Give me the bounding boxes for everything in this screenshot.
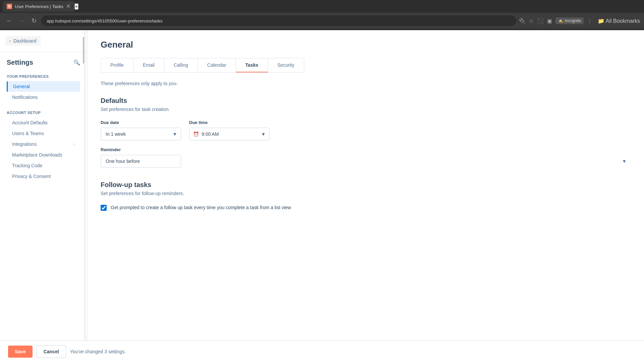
sidebar-item-account-defaults[interactable]: Account Defaults bbox=[7, 117, 80, 128]
incognito-badge: 🕵 Incognito bbox=[555, 17, 584, 24]
back-button[interactable]: ← bbox=[4, 16, 14, 26]
sidebar-item-integrations-label: Integrations bbox=[12, 141, 37, 147]
tab-calling[interactable]: Calling bbox=[164, 58, 198, 72]
sidebar-dashboard-section: ‹ Dashboard bbox=[0, 30, 87, 52]
sidebar-item-marketplace-downloads[interactable]: Marketplace Downloads bbox=[7, 149, 80, 160]
sidebar-item-privacy-consent[interactable]: Privacy & Consent bbox=[7, 171, 80, 182]
defaults-section: Defaults Set preferences for task creati… bbox=[101, 97, 631, 168]
sidebar-scrollbar-thumb[interactable] bbox=[83, 37, 84, 64]
side-panel-icon[interactable]: ▣ bbox=[547, 18, 552, 24]
browser-toolbar: ← → ↻ 🔌 ☆ ⬛ ▣ 🕵 Incognito ⋮ 📁 All Bookma… bbox=[0, 13, 644, 29]
reminder-label: Reminder bbox=[101, 147, 631, 152]
due-date-select-wrapper: In 1 week Today Tomorrow In 3 days In 2 … bbox=[101, 128, 181, 140]
followup-subtitle: Set preferences for follow-up reminders. bbox=[101, 191, 631, 196]
followup-title: Follow-up tasks bbox=[101, 181, 631, 189]
browser-chrome: H User Preferences | Tasks ✕ + ← → ↻ 🔌 ☆… bbox=[0, 0, 644, 30]
due-time-group: Due time ⏰ 9:00 AM 8:00 AM 10:00 AM 11:0… bbox=[189, 120, 270, 140]
bottom-bar: Save Cancel You've changed 3 settings. bbox=[0, 341, 644, 362]
reminder-group: Reminder One hour before 15 minutes befo… bbox=[101, 147, 631, 168]
sidebar-item-tracking-code[interactable]: Tracking Code bbox=[7, 160, 80, 171]
your-preferences-heading: Your Preferences bbox=[7, 74, 80, 78]
browser-actions: 🔌 ☆ ⬛ ▣ 🕵 Incognito ⋮ bbox=[519, 17, 592, 24]
forward-button[interactable]: → bbox=[17, 16, 27, 26]
sidebar-item-notifications[interactable]: Notifications bbox=[7, 92, 80, 103]
followup-checkbox[interactable] bbox=[101, 205, 107, 211]
account-setup-section: Account Setup Account Defaults Users & T… bbox=[0, 105, 87, 184]
app-container: ‹ Dashboard Settings 🔍 Your Preferences … bbox=[0, 30, 644, 362]
tab-profile[interactable]: Profile bbox=[101, 58, 133, 72]
search-icon[interactable]: 🔍 bbox=[73, 59, 80, 66]
due-date-label: Due date bbox=[101, 120, 181, 125]
your-preferences-section: Your Preferences General Notifications bbox=[0, 69, 87, 105]
sidebar: ‹ Dashboard Settings 🔍 Your Preferences … bbox=[0, 30, 87, 362]
new-tab-button[interactable]: + bbox=[74, 3, 78, 10]
sidebar-item-users-teams-label: Users & Teams bbox=[12, 131, 44, 136]
tabs-bar: Profile Email Calling Calendar Tasks Sec… bbox=[101, 58, 304, 73]
defaults-title: Defaults bbox=[101, 97, 631, 105]
due-time-label: Due time bbox=[189, 120, 270, 125]
hubspot-extension-icon[interactable]: ⬛ bbox=[537, 18, 544, 24]
sidebar-item-tracking-code-label: Tracking Code bbox=[12, 163, 43, 168]
chevron-left-icon: ‹ bbox=[9, 39, 11, 43]
dashboard-button[interactable]: ‹ Dashboard bbox=[5, 36, 41, 46]
browser-tab-active[interactable]: H User Preferences | Tasks ✕ bbox=[3, 1, 74, 12]
tab-security[interactable]: Security bbox=[268, 58, 304, 72]
incognito-label: Incognito bbox=[565, 18, 581, 23]
sidebar-item-notifications-label: Notifications bbox=[12, 95, 38, 100]
changed-text: You've changed 3 settings. bbox=[70, 349, 126, 354]
followup-checkbox-label: Get prompted to create a follow up task … bbox=[111, 204, 291, 211]
followup-section: Follow-up tasks Set preferences for foll… bbox=[101, 181, 631, 211]
sidebar-item-general[interactable]: General bbox=[7, 81, 80, 92]
due-date-group: Due date In 1 week Today Tomorrow In 3 d… bbox=[101, 120, 181, 140]
sidebar-scrollbar-track bbox=[84, 30, 86, 362]
tab-tasks[interactable]: Tasks bbox=[236, 58, 268, 72]
due-date-select[interactable]: In 1 week Today Tomorrow In 3 days In 2 … bbox=[101, 128, 181, 140]
account-setup-heading: Account Setup bbox=[7, 111, 80, 115]
tab-title: User Preferences | Tasks bbox=[15, 4, 63, 9]
due-time-select-wrapper: ⏰ 9:00 AM 8:00 AM 10:00 AM 11:00 AM 12:0… bbox=[189, 128, 270, 140]
due-time-select[interactable]: 9:00 AM 8:00 AM 10:00 AM 11:00 AM 12:00 … bbox=[189, 128, 270, 140]
browser-tabs: H User Preferences | Tasks ✕ + bbox=[0, 0, 644, 13]
sidebar-item-general-label: General bbox=[13, 84, 30, 89]
defaults-subtitle: Set preferences for task creation. bbox=[101, 107, 631, 112]
bookmark-star-icon[interactable]: ☆ bbox=[529, 18, 534, 24]
sidebar-header: Settings 🔍 bbox=[0, 52, 87, 69]
main-content: General Profile Email Calling Calendar T… bbox=[87, 30, 644, 362]
cancel-button[interactable]: Cancel bbox=[37, 345, 66, 358]
sidebar-item-integrations[interactable]: Integrations › bbox=[7, 139, 80, 149]
bookmarks-label: 📁 All Bookmarks bbox=[598, 18, 640, 24]
dashboard-label: Dashboard bbox=[13, 38, 37, 44]
reminder-dropdown-icon: ▼ bbox=[622, 159, 627, 164]
reload-button[interactable]: ↻ bbox=[30, 16, 39, 26]
save-button[interactable]: Save bbox=[8, 346, 33, 358]
reminder-select-wrapper: One hour before 15 minutes before 30 min… bbox=[101, 155, 631, 168]
sidebar-item-privacy-consent-label: Privacy & Consent bbox=[12, 174, 51, 179]
chevron-right-icon: › bbox=[73, 142, 75, 146]
sidebar-item-account-defaults-label: Account Defaults bbox=[12, 120, 48, 125]
incognito-icon: 🕵 bbox=[558, 18, 563, 23]
tab-calendar[interactable]: Calendar bbox=[198, 58, 236, 72]
tab-close-button[interactable]: ✕ bbox=[66, 4, 70, 9]
followup-checkbox-row: Get prompted to create a follow up task … bbox=[101, 204, 631, 211]
reminder-select[interactable]: One hour before 15 minutes before 30 min… bbox=[101, 155, 181, 168]
sidebar-item-marketplace-downloads-label: Marketplace Downloads bbox=[12, 152, 62, 158]
extension-icon[interactable]: 🔌 bbox=[519, 18, 526, 24]
sidebar-item-users-teams[interactable]: Users & Teams bbox=[7, 128, 80, 139]
due-date-time-row: Due date In 1 week Today Tomorrow In 3 d… bbox=[101, 120, 631, 140]
menu-dots-icon[interactable]: ⋮ bbox=[587, 18, 592, 24]
subtitle-text: These preferences only apply to you. bbox=[101, 81, 631, 86]
address-bar[interactable] bbox=[41, 15, 516, 26]
tab-email[interactable]: Email bbox=[133, 58, 164, 72]
tab-favicon: H bbox=[7, 4, 12, 9]
page-title: General bbox=[101, 40, 631, 50]
sidebar-title: Settings bbox=[7, 59, 33, 66]
